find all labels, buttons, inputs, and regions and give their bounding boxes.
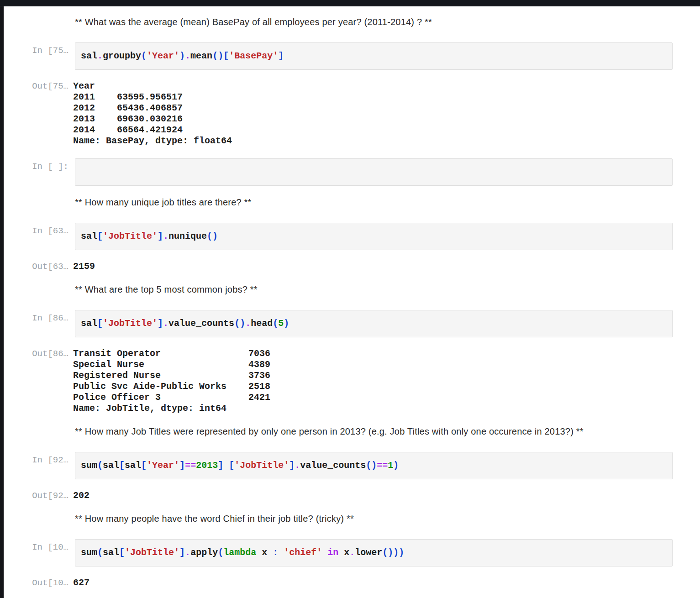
- code-cell-input[interactable]: sum(sal['JobTitle'].apply(lambda x : 'ch…: [75, 539, 673, 567]
- code-cell-input[interactable]: sal['JobTitle'].nunique(): [75, 223, 673, 250]
- code-text: sum(sal['JobTitle'].apply(lambda x : 'ch…: [81, 547, 666, 558]
- code-token: ]: [289, 460, 295, 471]
- output-line: Transit Operator 7036: [73, 348, 673, 359]
- code-token: sum: [81, 547, 97, 558]
- code-token: :: [273, 547, 278, 558]
- code-token: 'JobTitle': [103, 231, 158, 241]
- code-token: (: [97, 547, 103, 558]
- output-prompt: Out[75…: [4, 81, 75, 92]
- code-token: 'chief': [284, 547, 322, 558]
- output-line: 627: [73, 577, 673, 588]
- output-cell: Out[86…Transit Operator 7036Special Nurs…: [4, 348, 673, 414]
- code-token: [: [97, 231, 103, 241]
- code-cell: In [ ]:: [4, 158, 673, 186]
- code-cell-input[interactable]: [75, 158, 673, 186]
- code-token: sal: [81, 318, 97, 329]
- code-token: 'BasePay': [229, 51, 278, 61]
- code-token: (): [234, 318, 245, 329]
- markdown-text: ** How many unique job titles are there?…: [75, 197, 252, 208]
- code-token: .: [185, 547, 190, 558]
- cell-output: Year2011 63595.9565172012 65436.40685720…: [73, 81, 673, 147]
- markdown-cell[interactable]: ** What are the top 5 most common jobs? …: [4, 284, 673, 295]
- code-token: .: [349, 547, 355, 558]
- code-token: ]: [158, 231, 163, 241]
- code-token: sal: [81, 231, 97, 241]
- code-token: nunique: [168, 231, 207, 241]
- cell-output: 627: [73, 577, 673, 588]
- code-token: ): [284, 318, 289, 329]
- code-token: .: [185, 51, 190, 61]
- code-token: .: [245, 318, 251, 329]
- markdown-cell[interactable]: ** How many unique job titles are there?…: [4, 197, 673, 208]
- output-line: Year: [73, 81, 673, 92]
- code-token: ()[: [212, 51, 229, 61]
- code-cell: In [10…sum(sal['JobTitle'].apply(lambda …: [4, 539, 673, 567]
- code-cell: In [92…sum(sal[sal['Year']==2013] ['JobT…: [4, 452, 673, 479]
- code-token: 'JobTitle': [103, 318, 158, 329]
- output-cell: Out[63…2159: [4, 261, 673, 272]
- code-token: in: [327, 547, 338, 558]
- markdown-cell[interactable]: ** How many people have the word Chief i…: [4, 513, 673, 524]
- code-token: lambda: [223, 547, 256, 558]
- code-token: .: [163, 318, 168, 329]
- code-token: apply: [190, 547, 218, 558]
- code-text: sal.groupby('Year').mean()['BasePay']: [81, 51, 666, 62]
- code-text: sal['JobTitle'].value_counts().head(5): [81, 318, 666, 329]
- code-token: 5: [278, 318, 284, 329]
- output-cell: Out[92…202: [4, 490, 673, 501]
- code-token: [: [97, 318, 103, 329]
- output-line: 2011 63595.956517: [73, 92, 673, 103]
- code-token: lower: [355, 547, 382, 558]
- output-line: Public Svc Aide-Public Works 2518: [73, 381, 673, 392]
- code-token: [: [119, 460, 125, 471]
- code-token: value_counts: [300, 460, 366, 471]
- markdown-text: ** What are the top 5 most common jobs? …: [75, 284, 258, 295]
- code-token: 'JobTitle': [125, 547, 179, 558]
- code-token: (: [218, 547, 223, 558]
- output-line: 2159: [73, 261, 673, 272]
- code-token: sal: [103, 547, 119, 558]
- code-cell-input[interactable]: sal['JobTitle'].value_counts().head(5): [75, 310, 673, 337]
- cell-output: 202: [73, 490, 673, 501]
- code-token: ]: [218, 460, 223, 471]
- code-token: 1: [388, 460, 393, 471]
- code-cell: In [86…sal['JobTitle'].value_counts().he…: [4, 310, 673, 337]
- code-text: sum(sal[sal['Year']==2013] ['JobTitle'].…: [81, 460, 666, 471]
- code-token: ): [393, 460, 399, 471]
- output-prompt: Out[86…: [4, 348, 75, 359]
- cell-output: Transit Operator 7036Special Nurse 4389R…: [73, 348, 673, 414]
- code-token: value_counts: [168, 318, 234, 329]
- output-line: 2014 66564.421924: [73, 125, 673, 136]
- code-cell-input[interactable]: sum(sal[sal['Year']==2013] ['JobTitle'].…: [75, 452, 673, 479]
- code-token: .: [295, 460, 300, 471]
- cell-output: 2159: [73, 261, 673, 272]
- output-line: Special Nurse 4389: [73, 359, 673, 370]
- code-token: mean: [190, 51, 212, 61]
- code-token: [: [141, 460, 147, 471]
- output-line: Police Officer 3 2421: [73, 392, 673, 403]
- code-token: sum: [81, 460, 97, 471]
- input-prompt: In [ ]:: [4, 158, 75, 172]
- code-cell-input[interactable]: sal.groupby('Year').mean()['BasePay']: [75, 42, 673, 70]
- code-token: 'Year': [147, 460, 179, 471]
- markdown-cell[interactable]: ** What was the average (mean) BasePay o…: [4, 16, 673, 27]
- code-token: [: [119, 547, 125, 558]
- markdown-cell[interactable]: ** How many Job Titles were represented …: [4, 426, 673, 437]
- code-token: [322, 547, 327, 558]
- code-token: ]: [179, 547, 185, 558]
- output-line: Registered Nurse 3736: [73, 370, 673, 381]
- output-line: Name: BasePay, dtype: float64: [73, 136, 673, 147]
- code-token: (): [366, 460, 377, 471]
- output-prompt: Out[63…: [4, 261, 75, 272]
- code-token: [278, 547, 284, 558]
- markdown-text: ** How many people have the word Chief i…: [75, 513, 354, 524]
- output-prompt: Out[92…: [4, 490, 75, 501]
- input-prompt: In [63…: [4, 223, 75, 236]
- code-token: 'Year': [147, 51, 179, 61]
- code-token: ())): [382, 547, 404, 558]
- input-prompt: In [92…: [4, 452, 75, 466]
- code-token: (: [141, 51, 147, 61]
- code-token: x: [256, 547, 273, 558]
- code-token: .: [163, 231, 168, 241]
- code-token: [: [229, 460, 234, 471]
